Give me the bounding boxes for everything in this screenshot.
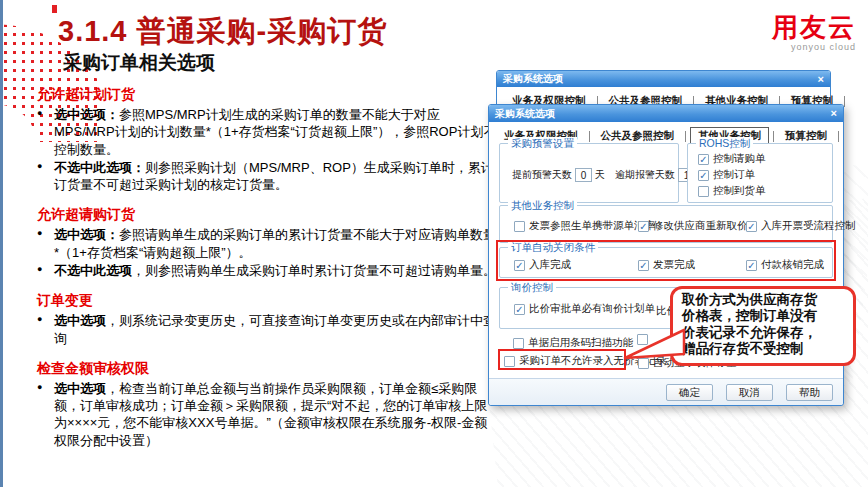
red-dash-decoration bbox=[52, 5, 57, 13]
advance-warning-days-input[interactable] bbox=[575, 168, 592, 182]
checkbox-control-order[interactable]: ✓ 控制订单 bbox=[698, 168, 755, 182]
logo-text: 用友云 bbox=[772, 14, 856, 40]
checkbox-box: ✓ bbox=[638, 221, 649, 232]
checkbox-box bbox=[513, 338, 524, 349]
dialog-title: 采购系统选项 bbox=[495, 107, 555, 121]
warning-fields: 提前预警天数 天 逾期报警天数 天 bbox=[512, 168, 708, 182]
callout-tail bbox=[608, 324, 690, 368]
tab-separator bbox=[838, 131, 839, 142]
tab-common-reference[interactable]: 公共及参照控制 bbox=[594, 128, 682, 144]
group-other-business: 其他业务控制 发票参照生单携带源单汇率 ✓ 修改供应商重新取价 ✓ 入库开票受流… bbox=[499, 205, 833, 243]
bullet-item: 不选中此选项：则参照采购计划（MPS/MRP、ROP）生成采购订单时，累计订货量… bbox=[37, 159, 499, 194]
checkbox-box: ✓ bbox=[698, 170, 709, 181]
checkbox-price-compare-needs-plan[interactable]: ✓ 比价审批单必有询价计划单 bbox=[514, 302, 655, 316]
bullet-item: 选中选项，检查当前订单总金额与当前操作员采购限额，订单金额≤采购限额，订单审核成… bbox=[37, 380, 499, 449]
checkbox-box bbox=[698, 186, 709, 197]
checkbox-reprice-on-vendor-change[interactable]: ✓ 修改供应商重新取价 bbox=[638, 219, 748, 233]
tab-separator bbox=[844, 96, 845, 107]
checkbox-box: ✓ bbox=[746, 221, 757, 232]
cancel-button[interactable]: 取消 bbox=[726, 384, 773, 401]
checkbox-inbound-invoice-flow[interactable]: ✓ 入库开票受流程控制 bbox=[746, 219, 856, 233]
checkbox-box bbox=[514, 221, 525, 232]
tab-separator bbox=[773, 131, 774, 142]
help-button[interactable]: 帮助 bbox=[786, 384, 833, 401]
checkbox-invoice-source-rate[interactable]: 发票参照生单携带源单汇率 bbox=[514, 219, 655, 233]
bullet-item: 选中选项，则系统记录变更历史，可直接查询订单变更历史或在内部审计中查询 bbox=[37, 312, 499, 347]
section-heading: 订单变更 bbox=[37, 292, 499, 310]
close-icon[interactable]: × bbox=[831, 108, 837, 119]
checkbox-box: ✓ bbox=[514, 304, 525, 315]
section-heading: 允许超计划订货 bbox=[37, 86, 499, 104]
ok-button[interactable]: 确定 bbox=[666, 384, 713, 401]
tab-separator bbox=[685, 131, 686, 142]
group-label: 其他业务控制 bbox=[508, 199, 577, 211]
checkbox-control-arrival[interactable]: 控制到货单 bbox=[698, 184, 766, 198]
dialog-titlebar[interactable]: 采购系统选项 × bbox=[489, 105, 843, 122]
yonyou-cloud-logo: 用友云 yonyou cloud bbox=[772, 14, 856, 52]
dialog-button-bar: 确定 取消 帮助 bbox=[489, 378, 843, 405]
checkbox-control-requisition[interactable]: ✓ 控制请购单 bbox=[698, 152, 766, 166]
overdue-alarm-label: 逾期报警天数 bbox=[615, 168, 675, 182]
group-purchase-warning: 采购预警设置 提前预警天数 天 逾期报警天数 天 bbox=[499, 143, 679, 203]
section-heading: 检查金额审核权限 bbox=[37, 360, 499, 378]
checkbox-box: ✓ bbox=[698, 154, 709, 165]
advance-warning-label: 提前预警天数 bbox=[512, 168, 572, 182]
bullet-item: 选中选项：参照MPS/MRP计划生成的采购订单的数量不能大于对应MPS/MRP计… bbox=[37, 106, 499, 158]
group-rohs-control: ROHS控制 ✓ 控制请购单 ✓ 控制订单 控制到货单 bbox=[687, 143, 833, 203]
bullet-item: 不选中此选项，则参照请购单生成采购订单时累计订货量不可超过请购单量。 bbox=[37, 262, 499, 279]
bullet-item: 选中选项：参照请购单生成的采购订单的累计订货量不能大于对应请购单数量*（1+存货… bbox=[37, 226, 499, 261]
page-title: 3.1.4 普通采购-采购订货 bbox=[58, 12, 387, 52]
section-heading: 允许超请购订货 bbox=[37, 206, 499, 224]
days-unit: 天 bbox=[595, 168, 605, 182]
body-text: 允许超计划订货 选中选项：参照MPS/MRP计划生成的采购订单的数量不能大于对应… bbox=[37, 86, 499, 450]
dialog-title: 采购系统选项 bbox=[503, 72, 563, 86]
close-icon[interactable]: × bbox=[818, 74, 824, 85]
logo-tagline: yonyou cloud bbox=[772, 42, 856, 52]
dialog-titlebar[interactable]: 采购系统选项 × bbox=[497, 71, 830, 87]
annotation-box-no-pricelist bbox=[498, 349, 626, 370]
group-label: 采购预警设置 bbox=[508, 137, 577, 149]
slide: 3.1.4 普通采购-采购订货 采购订单相关选项 用友云 yonyou clou… bbox=[0, 0, 868, 487]
page-subtitle: 采购订单相关选项 bbox=[63, 50, 215, 76]
annotation-box-autoclose bbox=[496, 240, 836, 281]
tab-budget-control[interactable]: 预算控制 bbox=[778, 128, 834, 144]
group-label: ROHS控制 bbox=[696, 137, 753, 149]
group-label: 询价控制 bbox=[508, 281, 556, 293]
tab-separator bbox=[589, 131, 590, 142]
annotation-callout: 取价方式为供应商存货 价格表，控制订单没有 价表记录不允许保存， 赠品行存货不受… bbox=[670, 286, 856, 366]
